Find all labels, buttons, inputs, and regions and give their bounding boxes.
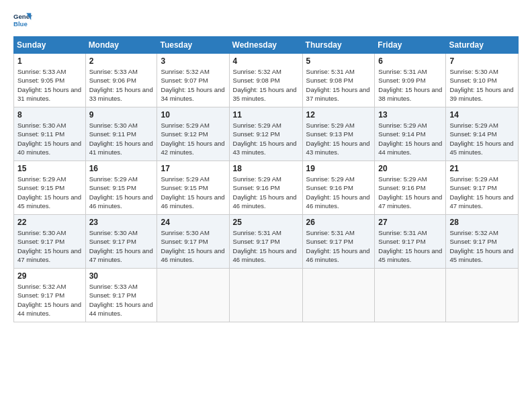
- calendar-cell: 1 Sunrise: 5:33 AMSunset: 9:05 PMDayligh…: [14, 54, 86, 107]
- day-info: Sunrise: 5:29 AMSunset: 9:12 PMDaylight:…: [161, 122, 224, 156]
- calendar-cell: 17 Sunrise: 5:29 AMSunset: 9:15 PMDaylig…: [157, 161, 229, 215]
- day-number: 19: [306, 164, 371, 173]
- day-number: 26: [306, 218, 371, 227]
- calendar-cell: [157, 269, 229, 322]
- day-number: 12: [306, 110, 371, 120]
- calendar-cell: 23 Sunrise: 5:30 AMSunset: 9:17 PMDaylig…: [85, 215, 157, 269]
- calendar-cell: 5 Sunrise: 5:31 AMSunset: 9:08 PMDayligh…: [302, 54, 375, 107]
- day-number: 10: [161, 110, 225, 120]
- day-number: 5: [306, 56, 371, 66]
- calendar-cell: 30 Sunrise: 5:33 AMSunset: 9:17 PMDaylig…: [85, 269, 157, 322]
- day-number: 9: [89, 110, 154, 120]
- logo-icon: General Blue: [13, 11, 32, 30]
- day-number: 7: [449, 56, 515, 66]
- calendar-cell: 13 Sunrise: 5:29 AMSunset: 9:14 PMDaylig…: [375, 107, 446, 161]
- day-number: 20: [378, 164, 442, 173]
- day-info: Sunrise: 5:33 AMSunset: 9:06 PMDaylight:…: [89, 68, 153, 102]
- day-info: Sunrise: 5:29 AMSunset: 9:15 PMDaylight:…: [17, 175, 81, 210]
- calendar-cell: 14 Sunrise: 5:29 AMSunset: 9:14 PMDaylig…: [446, 107, 519, 161]
- day-info: Sunrise: 5:31 AMSunset: 9:08 PMDaylight:…: [306, 68, 370, 102]
- calendar-row-0: 1 Sunrise: 5:33 AMSunset: 9:05 PMDayligh…: [14, 54, 519, 107]
- calendar-cell: 29 Sunrise: 5:32 AMSunset: 9:17 PMDaylig…: [14, 269, 86, 322]
- col-header-saturday: Saturday: [446, 37, 519, 54]
- col-header-friday: Friday: [375, 37, 446, 54]
- calendar-cell: 22 Sunrise: 5:30 AMSunset: 9:17 PMDaylig…: [14, 215, 86, 269]
- day-number: 14: [449, 110, 515, 120]
- day-number: 17: [161, 164, 225, 173]
- calendar-cell: 16 Sunrise: 5:29 AMSunset: 9:15 PMDaylig…: [85, 161, 157, 215]
- day-info: Sunrise: 5:32 AMSunset: 9:17 PMDaylight:…: [17, 283, 81, 317]
- day-info: Sunrise: 5:29 AMSunset: 9:15 PMDaylight:…: [89, 175, 153, 210]
- day-number: 16: [89, 164, 154, 173]
- logo: General Blue: [13, 11, 32, 30]
- calendar-cell: [229, 269, 302, 322]
- day-info: Sunrise: 5:33 AMSunset: 9:17 PMDaylight:…: [89, 283, 153, 317]
- svg-text:Blue: Blue: [13, 20, 28, 28]
- day-number: 29: [17, 271, 82, 281]
- day-number: 22: [17, 218, 82, 227]
- calendar-table: SundayMondayTuesdayWednesdayThursdayFrid…: [13, 36, 519, 322]
- calendar-cell: 4 Sunrise: 5:32 AMSunset: 9:08 PMDayligh…: [229, 54, 302, 107]
- calendar-cell: 10 Sunrise: 5:29 AMSunset: 9:12 PMDaylig…: [157, 107, 229, 161]
- day-number: 24: [161, 218, 225, 227]
- calendar-cell: 3 Sunrise: 5:32 AMSunset: 9:07 PMDayligh…: [157, 54, 229, 107]
- calendar-cell: 24 Sunrise: 5:30 AMSunset: 9:17 PMDaylig…: [157, 215, 229, 269]
- day-info: Sunrise: 5:29 AMSunset: 9:16 PMDaylight:…: [306, 175, 370, 210]
- calendar-cell: 25 Sunrise: 5:31 AMSunset: 9:17 PMDaylig…: [229, 215, 302, 269]
- col-header-sunday: Sunday: [14, 37, 86, 54]
- calendar-cell: 12 Sunrise: 5:29 AMSunset: 9:13 PMDaylig…: [302, 107, 375, 161]
- day-number: 27: [378, 218, 442, 227]
- day-info: Sunrise: 5:32 AMSunset: 9:17 PMDaylight:…: [449, 229, 513, 263]
- day-number: 23: [89, 218, 154, 227]
- day-info: Sunrise: 5:29 AMSunset: 9:13 PMDaylight:…: [306, 122, 370, 156]
- day-info: Sunrise: 5:29 AMSunset: 9:14 PMDaylight:…: [449, 122, 513, 156]
- day-info: Sunrise: 5:30 AMSunset: 9:11 PMDaylight:…: [89, 122, 153, 156]
- day-info: Sunrise: 5:29 AMSunset: 9:17 PMDaylight:…: [449, 175, 513, 210]
- day-number: 15: [17, 164, 82, 173]
- day-number: 21: [449, 164, 515, 173]
- col-header-tuesday: Tuesday: [157, 37, 229, 54]
- calendar-cell: 7 Sunrise: 5:30 AMSunset: 9:10 PMDayligh…: [446, 54, 519, 107]
- day-info: Sunrise: 5:31 AMSunset: 9:17 PMDaylight:…: [378, 229, 442, 263]
- day-info: Sunrise: 5:31 AMSunset: 9:09 PMDaylight:…: [378, 68, 442, 102]
- day-info: Sunrise: 5:29 AMSunset: 9:12 PMDaylight:…: [233, 122, 297, 156]
- col-header-thursday: Thursday: [302, 37, 375, 54]
- day-number: 2: [89, 56, 154, 66]
- calendar-row-4: 29 Sunrise: 5:32 AMSunset: 9:17 PMDaylig…: [14, 269, 519, 322]
- calendar-row-3: 22 Sunrise: 5:30 AMSunset: 9:17 PMDaylig…: [14, 215, 519, 269]
- col-header-monday: Monday: [85, 37, 157, 54]
- calendar-cell: 6 Sunrise: 5:31 AMSunset: 9:09 PMDayligh…: [375, 54, 446, 107]
- calendar-cell: 26 Sunrise: 5:31 AMSunset: 9:17 PMDaylig…: [302, 215, 375, 269]
- calendar-cell: 20 Sunrise: 5:29 AMSunset: 9:16 PMDaylig…: [375, 161, 446, 215]
- calendar-cell: 9 Sunrise: 5:30 AMSunset: 9:11 PMDayligh…: [85, 107, 157, 161]
- day-number: 11: [233, 110, 299, 120]
- day-info: Sunrise: 5:31 AMSunset: 9:17 PMDaylight:…: [306, 229, 370, 263]
- day-number: 18: [233, 164, 299, 173]
- col-header-wednesday: Wednesday: [229, 37, 302, 54]
- day-info: Sunrise: 5:29 AMSunset: 9:16 PMDaylight:…: [378, 175, 442, 210]
- day-info: Sunrise: 5:33 AMSunset: 9:05 PMDaylight:…: [17, 68, 81, 102]
- day-number: 13: [378, 110, 442, 120]
- calendar-cell: 8 Sunrise: 5:30 AMSunset: 9:11 PMDayligh…: [14, 107, 86, 161]
- day-info: Sunrise: 5:29 AMSunset: 9:15 PMDaylight:…: [161, 175, 224, 210]
- calendar-cell: 18 Sunrise: 5:29 AMSunset: 9:16 PMDaylig…: [229, 161, 302, 215]
- calendar-cell: 2 Sunrise: 5:33 AMSunset: 9:06 PMDayligh…: [85, 54, 157, 107]
- day-number: 6: [378, 56, 442, 66]
- calendar-cell: 21 Sunrise: 5:29 AMSunset: 9:17 PMDaylig…: [446, 161, 519, 215]
- day-number: 28: [449, 218, 515, 227]
- calendar-row-2: 15 Sunrise: 5:29 AMSunset: 9:15 PMDaylig…: [14, 161, 519, 215]
- calendar-cell: 15 Sunrise: 5:29 AMSunset: 9:15 PMDaylig…: [14, 161, 86, 215]
- day-number: 4: [233, 56, 299, 66]
- calendar-row-1: 8 Sunrise: 5:30 AMSunset: 9:11 PMDayligh…: [14, 107, 519, 161]
- calendar-cell: 11 Sunrise: 5:29 AMSunset: 9:12 PMDaylig…: [229, 107, 302, 161]
- day-number: 3: [161, 56, 225, 66]
- calendar-cell: [375, 269, 446, 322]
- day-info: Sunrise: 5:32 AMSunset: 9:08 PMDaylight:…: [233, 68, 297, 102]
- calendar-cell: [302, 269, 375, 322]
- day-number: 30: [89, 271, 154, 281]
- day-number: 1: [17, 56, 82, 66]
- day-number: 8: [17, 110, 82, 120]
- day-info: Sunrise: 5:30 AMSunset: 9:11 PMDaylight:…: [17, 122, 81, 156]
- calendar-cell: [446, 269, 519, 322]
- calendar-cell: 19 Sunrise: 5:29 AMSunset: 9:16 PMDaylig…: [302, 161, 375, 215]
